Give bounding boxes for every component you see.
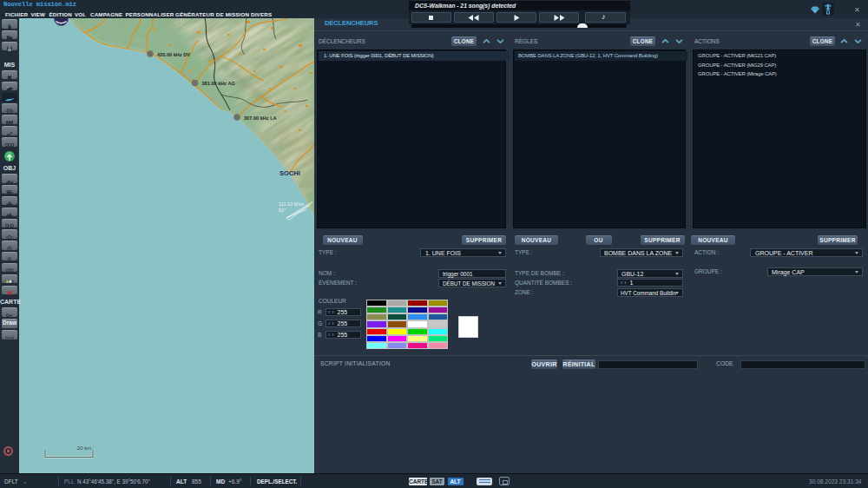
svg-text:307.00 kHz LA: 307.00 kHz LA — [244, 115, 277, 121]
svg-text:420.00 kHz DV: 420.00 kHz DV — [157, 52, 190, 57]
svg-text:SOCHI: SOCHI — [279, 169, 300, 177]
svg-text:62°: 62° — [279, 208, 286, 213]
svg-text:20 km: 20 km — [77, 445, 91, 451]
svg-text:111.10 MHz: 111.10 MHz — [279, 201, 305, 207]
svg-text:381.00 kHz AG: 381.00 kHz AG — [202, 81, 235, 86]
